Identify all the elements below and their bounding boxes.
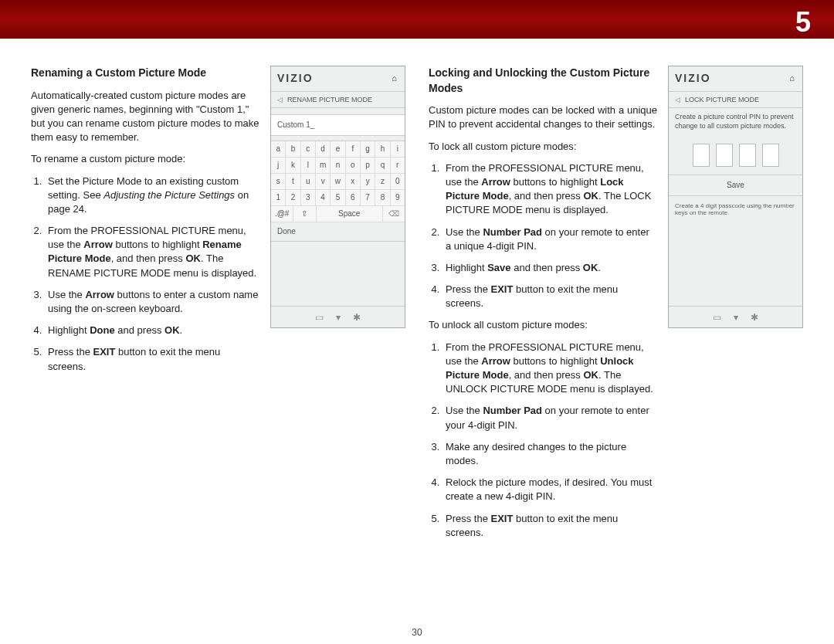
pin-hint: Create a 4 digit passcode using the numb… <box>669 196 802 223</box>
pin-box <box>716 144 733 167</box>
unlock-lead: To unlock all custom picture modes: <box>429 318 657 332</box>
keyboard-key: 8 <box>375 190 390 206</box>
pin-box <box>739 144 756 167</box>
list-item: Use the Number Pad on your remote to ent… <box>442 404 657 432</box>
device-footer-icons <box>669 306 802 327</box>
list-item: Use the Number Pad on your remote to ent… <box>442 225 657 253</box>
keyboard-key: w <box>331 174 345 190</box>
list-item: From the PROFESSIONAL PICTURE menu, use … <box>45 224 259 280</box>
keyboard-key: 3 <box>301 190 316 206</box>
device-screen-title: LOCK PICTURE MODE <box>685 95 759 105</box>
keyboard-key: q <box>375 158 390 174</box>
keyboard-key: 9 <box>391 190 405 206</box>
list-item: Highlight Done and press OK. <box>45 324 259 337</box>
keyboard-key: k <box>286 158 300 174</box>
list-item: Highlight Save and then press OK. <box>442 261 657 275</box>
left-heading: Renaming a Custom Picture Mode <box>31 66 259 81</box>
rename-input-field: Custom 1_ <box>271 114 405 136</box>
right-heading: Locking and Unlocking the Custom Picture… <box>429 66 657 96</box>
keyboard-key: t <box>286 174 300 190</box>
list-item: Use the Arrow buttons to enter a custom … <box>45 288 259 316</box>
device-brand: VIZIO <box>277 71 314 86</box>
keyboard-key: 1 <box>271 190 286 206</box>
pin-box <box>693 144 710 167</box>
keyboard-key: o <box>346 158 361 174</box>
keyboard-backspace-icon <box>383 206 405 222</box>
list-item: Relock the picture modes, if desired. Yo… <box>442 476 657 503</box>
keyboard-key: i <box>391 141 405 158</box>
lock-device-mock: VIZIO ⌂ LOCK PICTURE MODE Create a pictu… <box>668 66 803 328</box>
keyboard-key: c <box>301 141 316 158</box>
keyboard-key: 6 <box>346 190 361 206</box>
chapter-number: 5 <box>795 3 811 42</box>
keyboard-key: 7 <box>361 190 375 206</box>
keyboard-done: Done <box>271 222 405 242</box>
keyboard-key: m <box>316 158 331 174</box>
list-item: Press the EXIT button to exit the menu s… <box>442 512 657 540</box>
keyboard-key: 4 <box>316 190 331 206</box>
chapter-bar: 5 <box>0 0 834 39</box>
cc-icon <box>734 311 738 324</box>
list-item: Press the EXIT button to exit the menu s… <box>442 283 657 310</box>
left-intro: Automatically-created custom picture mod… <box>31 89 259 145</box>
keyboard-space: Space <box>317 206 383 222</box>
device-brand: VIZIO <box>675 71 711 86</box>
keyboard-key: l <box>301 158 316 174</box>
keyboard-key: u <box>301 174 316 190</box>
wide-icon <box>713 311 721 324</box>
rename-device-mock: VIZIO ⌂ RENAME PICTURE MODE Custom 1_ ab… <box>270 66 405 328</box>
keyboard-key: n <box>331 158 345 174</box>
right-column: Locking and Unlocking the Custom Picture… <box>429 66 803 547</box>
keyboard-key: x <box>346 174 361 190</box>
left-lead: To rename a custom picture mode: <box>31 152 259 166</box>
list-item: From the PROFESSIONAL PICTURE menu, use … <box>442 161 657 218</box>
device-footer-icons <box>271 306 405 327</box>
pin-box <box>762 144 779 167</box>
back-icon <box>277 95 283 105</box>
pin-entry-row <box>669 136 802 175</box>
gear-icon <box>751 311 758 324</box>
home-icon: ⌂ <box>789 73 796 84</box>
left-steps: Set the Picture Mode to an existing cust… <box>31 175 259 374</box>
keyboard-key: g <box>361 141 375 158</box>
keyboard-key: j <box>271 158 286 174</box>
lock-lead: To lock all custom picture modes: <box>429 140 657 154</box>
onscreen-keyboard: abcdefghijklmnopqrstuvwxyz0123456789.@#⇧… <box>271 141 405 222</box>
home-icon: ⌂ <box>392 73 398 84</box>
list-item: From the PROFESSIONAL PICTURE menu, use … <box>442 341 657 397</box>
keyboard-key: 2 <box>286 190 300 206</box>
keyboard-key: y <box>361 174 375 190</box>
unlock-steps: From the PROFESSIONAL PICTURE menu, use … <box>429 341 657 540</box>
lock-steps: From the PROFESSIONAL PICTURE menu, use … <box>429 161 657 311</box>
lock-message: Create a picture control PIN to prevent … <box>669 108 802 135</box>
keyboard-sym: .@# <box>271 206 293 222</box>
keyboard-key: d <box>316 141 331 158</box>
left-column: Renaming a Custom Picture Mode Automatic… <box>31 66 405 547</box>
keyboard-key: h <box>375 141 390 158</box>
keyboard-key: b <box>286 141 300 158</box>
keyboard-key: s <box>271 174 286 190</box>
list-item: Set the Picture Mode to an existing cust… <box>45 175 259 217</box>
keyboard-key: p <box>361 158 375 174</box>
page-number: 30 <box>0 626 834 639</box>
keyboard-shift: ⇧ <box>293 206 316 222</box>
wide-icon <box>315 311 324 324</box>
keyboard-key: 5 <box>331 190 345 206</box>
device-screen-title: RENAME PICTURE MODE <box>287 95 372 105</box>
list-item: Make any desired changes to the picture … <box>442 440 657 468</box>
gear-icon <box>353 311 361 324</box>
cc-icon <box>336 311 341 324</box>
keyboard-key: f <box>346 141 361 158</box>
save-row: Save <box>669 175 802 196</box>
keyboard-key: r <box>391 158 405 174</box>
keyboard-key: v <box>316 174 331 190</box>
right-intro: Custom picture modes can be locked with … <box>429 103 657 131</box>
keyboard-key: a <box>271 141 286 158</box>
keyboard-key: e <box>331 141 345 158</box>
list-item: Press the EXIT button to exit the menu s… <box>45 345 259 373</box>
keyboard-key: z <box>375 174 390 190</box>
back-icon <box>675 95 680 105</box>
keyboard-key: 0 <box>391 174 405 190</box>
